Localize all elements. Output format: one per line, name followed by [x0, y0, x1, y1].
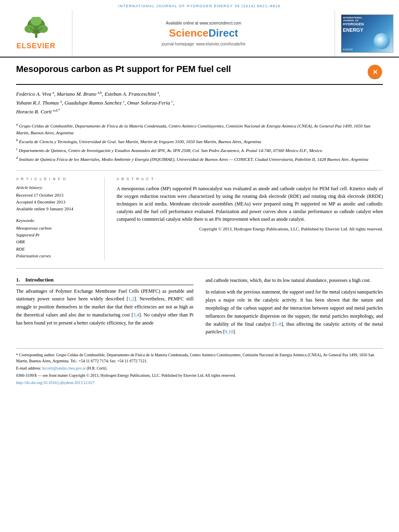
issn-footnote: 0360-3199/$ — see front matter Copyright…	[16, 372, 383, 378]
ref-3-4[interactable]: 3,4	[133, 312, 139, 318]
intro-right-text-2: In relation with the previous statement,…	[206, 288, 383, 336]
header-center: Available online at www.sciencedirect.co…	[72, 10, 335, 57]
keywords-label: Keywords:	[16, 218, 96, 223]
intro-left-text: The advantages of Polymer Exchange Membr…	[16, 288, 193, 327]
affiliations-block: a Grupo Celdas de Combustible, Departame…	[16, 122, 383, 170]
email-label: E-mail address:	[16, 366, 41, 370]
intro-right-text-1: and cathode reactions, which, due to its…	[206, 277, 383, 285]
author-franceschini: Esteban A. Franceschini	[105, 91, 156, 97]
svg-text:CrossMark: CrossMark	[370, 77, 380, 79]
corresponding-author-footnote: * Corresponding author. Grupo Celdas de …	[16, 352, 383, 364]
cover-title: International Journal of HYDROGEN	[343, 16, 364, 27]
abstract-header: A B S T R A C T	[117, 177, 383, 181]
abstract-col: A B S T R A C T A mesoporous carbon (MP)…	[117, 177, 383, 260]
affil-d: d Instituto de Química Física de los Mat…	[16, 155, 383, 162]
journal-header: INTERNATIONAL JOURNAL OF HYDROGEN ENERGY…	[0, 0, 399, 58]
history-label: Article history:	[16, 185, 96, 190]
doi-link[interactable]: http://dx.doi.org/10.1016/j.ijhydene.201…	[16, 380, 95, 385]
affil-c: c Departamento de Química, Centro de Inv…	[16, 146, 383, 154]
article-title-row: Mesoporous carbon as Pt support for PEM …	[16, 64, 383, 85]
article-info-header: A R T I C L E I N F O	[16, 177, 96, 181]
affil-a: a Grupo Celdas de Combustible, Departame…	[16, 122, 383, 136]
keywords-section: Keywords: Mesoporous carbon Supported Pt…	[16, 218, 96, 259]
keyword-3: ORR	[16, 239, 96, 245]
article-info-col: A R T I C L E I N F O Article history: R…	[16, 177, 105, 260]
keyword-5: Polarization curves	[16, 253, 96, 259]
elsevier-brand: ELSEVIER	[16, 42, 56, 50]
intro-section-heading: 1. Introduction	[16, 277, 193, 285]
author-viva: Federico A. Viva	[16, 91, 51, 97]
intro-number: 1.	[16, 277, 20, 283]
left-body-col: 1. Introduction The advantages of Polyme…	[16, 277, 193, 341]
author-corti: Horacio R. Corti	[16, 109, 51, 115]
doi-footnote: http://dx.doi.org/10.1016/j.ijhydene.201…	[16, 380, 383, 386]
email-note: (H.R. Corti).	[87, 366, 107, 370]
footnote-area: * Corresponding author. Grupo Celdas de …	[16, 348, 383, 386]
right-body-col: and cathode reactions, which, due to its…	[206, 277, 383, 341]
journal-title-bar: INTERNATIONAL JOURNAL OF HYDROGEN ENERGY…	[0, 2, 399, 10]
affil-b: b Escuela de Ciencia y Tecnología, Unive…	[16, 138, 383, 145]
ref-1-2[interactable]: 1,2	[128, 296, 134, 302]
abstract-copyright: Copyright © 2013, Hydrogen Energy Public…	[117, 226, 383, 231]
keyword-4: RDE	[16, 246, 96, 252]
ref-5-8[interactable]: 5–8	[274, 321, 282, 327]
elsevier-tree-icon	[18, 17, 54, 40]
svg-point-4	[38, 25, 48, 33]
science-text: Science	[169, 27, 208, 39]
cover-elsevier-text: ELSEVIER	[343, 48, 353, 51]
cover-energy: ENERGY	[343, 27, 364, 33]
cover-circle-decoration	[374, 33, 390, 49]
svg-text:✕: ✕	[372, 69, 378, 76]
body-two-col: 1. Introduction The advantages of Polyme…	[16, 277, 383, 341]
elsevier-logo-block: ELSEVIER	[0, 10, 72, 57]
author-sanchez: Guadalupe Ramos Sanchez	[64, 100, 121, 106]
email-footnote: E-mail address: hrcorti@tandar.cnea.gov.…	[16, 365, 383, 371]
journal-cover: International Journal of HYDROGEN ENERGY…	[341, 14, 393, 53]
author-thomas: Yohann R.J. Thomas	[16, 100, 59, 106]
journal-homepage: journal homepage: www.elsevier.com/locat…	[162, 42, 245, 46]
author-bruno: Mariano M. Bruno	[57, 91, 97, 97]
direct-text: Direct	[208, 27, 238, 39]
crossmark-badge[interactable]: ✕ CrossMark	[367, 64, 383, 80]
keyword-1: Mesoporous carbon	[16, 225, 96, 231]
received-date: Received 17 October 2013	[16, 192, 96, 198]
article-title: Mesoporous carbon as Pt support for PEM …	[16, 64, 359, 74]
accepted-date: Accepted 4 December 2013	[16, 199, 96, 205]
author-solorza: Omar Solorza-Feria	[127, 100, 170, 106]
authors-block: Federico A. Viva a, Mariano M. Bruno a,b…	[16, 90, 383, 116]
info-abstract-section: A R T I C L E I N F O Article history: R…	[16, 177, 383, 260]
ref-9-10[interactable]: 9,10	[225, 329, 233, 335]
sciencedirect-brand: ScienceDirect	[169, 27, 238, 39]
intro-title: Introduction	[25, 277, 54, 283]
available-online-text: Available online at www.sciencedirect.co…	[166, 21, 241, 25]
svg-point-3	[25, 25, 34, 33]
email-link[interactable]: hrcorti@tandar.cnea.gov.ar	[42, 366, 86, 370]
section-divider	[16, 268, 383, 269]
article-container: Mesoporous carbon as Pt support for PEM …	[0, 58, 399, 395]
abstract-text: A mesoporous carbon (MP) supported Pt na…	[117, 185, 383, 224]
header-right: International Journal of HYDROGEN ENERGY…	[335, 10, 399, 57]
keyword-2: Supported Pt	[16, 232, 96, 238]
available-online-date: Available online 9 January 2014	[16, 206, 96, 212]
